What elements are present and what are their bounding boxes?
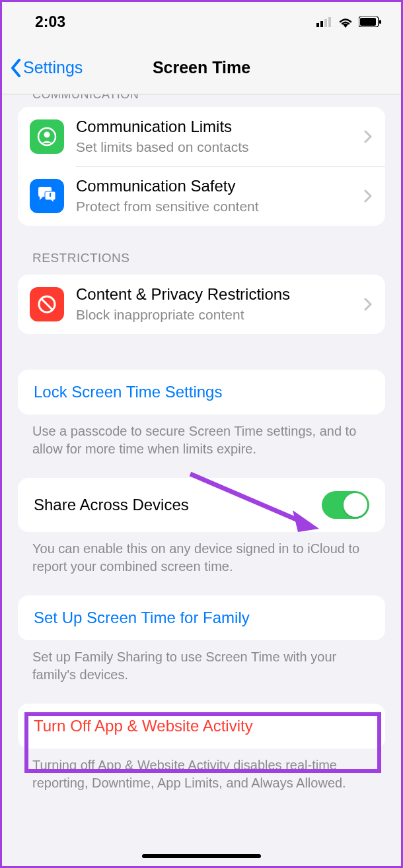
svg-rect-10 [50, 193, 51, 195]
share-toggle[interactable] [322, 491, 369, 519]
row-subtitle: Block inappropriate content [76, 306, 364, 323]
svg-rect-2 [324, 19, 327, 27]
chat-bubble-icon [30, 179, 64, 213]
back-label: Settings [23, 58, 83, 77]
lock-screen-time-row[interactable]: Lock Screen Time Settings [18, 370, 385, 415]
chevron-left-icon [10, 59, 22, 77]
cellular-icon [316, 17, 332, 27]
turn-off-activity-row[interactable]: Turn Off App & Website Activity [18, 704, 385, 749]
content-privacy-row[interactable]: Content & Privacy Restrictions Block ina… [18, 275, 385, 334]
svg-rect-3 [328, 17, 331, 27]
share-across-devices-row[interactable]: Share Across Devices [18, 478, 385, 532]
status-icons [316, 16, 381, 28]
turn-off-footer: Turning off App & Website Activity disab… [2, 749, 401, 792]
phone-frame: 2:03 Settings Screen Time COMMUNICATION … [0, 0, 403, 868]
row-title: Communication Safety [76, 177, 364, 196]
content: COMMUNICATION Communication Limits Set l… [2, 94, 401, 792]
status-bar: 2:03 [2, 2, 401, 42]
section-header-communication: COMMUNICATION [2, 94, 401, 103]
row-title: Content & Privacy Restrictions [76, 285, 364, 304]
svg-rect-1 [320, 21, 323, 27]
row-text: Communication Safety Protect from sensit… [76, 177, 364, 215]
lock-label: Lock Screen Time Settings [34, 383, 222, 401]
row-text: Communication Limits Set limits based on… [76, 117, 364, 156]
contact-icon [30, 119, 64, 154]
setup-family-row[interactable]: Set Up Screen Time for Family [18, 595, 385, 640]
nav-bar: Settings Screen Time [2, 42, 401, 94]
row-subtitle: Set limits based on contacts [76, 138, 364, 156]
battery-icon [359, 17, 381, 27]
communication-group: Communication Limits Set limits based on… [18, 107, 385, 226]
row-title: Communication Limits [76, 117, 364, 137]
svg-rect-5 [360, 18, 376, 26]
lock-footer: Use a passcode to secure Screen Time set… [2, 415, 401, 458]
svg-rect-6 [379, 20, 381, 24]
turn-off-label: Turn Off App & Website Activity [34, 717, 253, 735]
share-footer: You can enable this on any device signed… [2, 532, 401, 576]
row-subtitle: Protect from sensitive content [76, 197, 364, 215]
home-indicator [142, 854, 261, 858]
share-label: Share Across Devices [34, 496, 189, 514]
chevron-right-icon [364, 298, 372, 311]
back-button[interactable]: Settings [2, 58, 83, 77]
family-footer: Set up Family Sharing to use Screen Time… [2, 640, 401, 684]
row-text: Content & Privacy Restrictions Block ina… [76, 285, 364, 323]
wifi-icon [338, 16, 353, 28]
status-time: 2:03 [35, 13, 65, 31]
family-label: Set Up Screen Time for Family [34, 609, 250, 627]
section-header-restrictions: RESTRICTIONS [2, 226, 401, 271]
svg-line-12 [42, 299, 52, 310]
chevron-right-icon [364, 130, 372, 143]
communication-limits-row[interactable]: Communication Limits Set limits based on… [18, 107, 385, 166]
svg-point-9 [50, 195, 51, 197]
svg-point-8 [44, 132, 50, 138]
svg-rect-0 [316, 23, 319, 27]
communication-safety-row[interactable]: Communication Safety Protect from sensit… [18, 166, 385, 226]
chevron-right-icon [364, 189, 372, 203]
no-entry-icon [30, 287, 64, 321]
restrictions-group: Content & Privacy Restrictions Block ina… [18, 275, 385, 334]
